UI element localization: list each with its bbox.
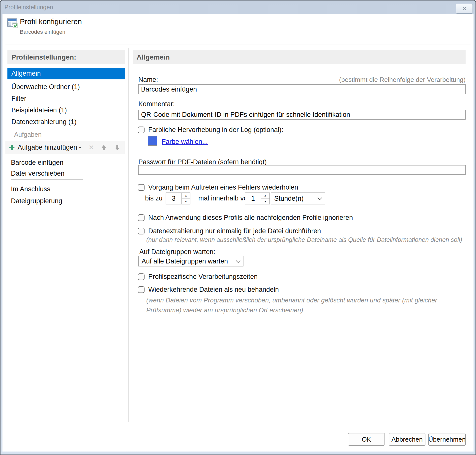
retry-unit-select[interactable]: Stunde(n) (271, 193, 325, 204)
profile-window-check-icon (6, 17, 19, 29)
page-subtitle: Barcodes einfügen (20, 29, 65, 35)
spin-up-icon: ▲ (185, 194, 187, 197)
retry-unit-value: Stunde(n) (274, 195, 318, 202)
retry-interval-spinner: ▲ ▼ (245, 193, 270, 204)
ignore-following-label: Nach Anwendung dieses Profils alle nachf… (148, 214, 353, 222)
retry-interval-up-button[interactable]: ▲ (261, 193, 269, 199)
tasks-toolbar: Aufgabe hinzufügen ▾ ✕ (5, 141, 125, 154)
close-button[interactable]: ✕ (456, 4, 473, 14)
recurring-checkbox[interactable] (138, 286, 145, 293)
retry-interval-input[interactable] (245, 193, 261, 204)
retry-interval-down-button[interactable]: ▼ (261, 199, 269, 204)
close-icon: ✕ (462, 5, 467, 12)
plus-icon (9, 144, 15, 151)
profile-times-row: Profilspezifische Verarbeitungszeiten (138, 273, 258, 281)
sidebar-item-beispieldateien[interactable]: Beispieldateien (1) (7, 104, 125, 116)
file-groups-select[interactable]: Auf alle Dateigruppen warten (138, 256, 243, 266)
password-input[interactable] (138, 165, 466, 175)
retry-count-input[interactable] (166, 193, 181, 204)
choose-color-link[interactable]: Farbe wählen... (162, 138, 208, 146)
extract-once-row: Datenextrahierung nur einmalig für jede … (138, 227, 321, 235)
name-input[interactable] (138, 84, 466, 94)
spin-down-icon: ▼ (264, 200, 267, 203)
comment-input[interactable] (138, 110, 466, 120)
retry-count-down-button[interactable]: ▼ (182, 199, 190, 204)
profile-times-checkbox[interactable] (138, 273, 145, 280)
retry-controls-row: bis zu ▲ ▼ mal innerhalb von ▲ ▼ Stunde(… (0, 193, 476, 204)
log-color-swatch[interactable] (148, 136, 157, 146)
ok-button[interactable]: OK (348, 433, 385, 446)
sidebar-item-ueberwachte-ordner[interactable]: Überwachte Ordner (1) (7, 81, 125, 93)
file-groups-value: Auf alle Dateigruppen warten (142, 258, 237, 265)
move-task-up-button[interactable] (100, 144, 107, 151)
window-title: Profileinstellungen (4, 4, 53, 11)
extract-once-note: (nur dann relevant, wenn ausschließlich … (146, 236, 462, 243)
sidebar-item-filter[interactable]: Filter (7, 93, 125, 104)
retry-count-up-button[interactable]: ▲ (182, 193, 190, 199)
tasks-section-label: -Aufgaben- (12, 131, 44, 138)
page-title: Profil konfigurieren (20, 17, 82, 26)
chevron-down-icon[interactable]: ▾ (79, 146, 81, 150)
add-task-button[interactable]: Aufgabe hinzufügen (18, 144, 77, 151)
recurring-note: (wenn Dateien vom Programm verschoben, u… (146, 295, 467, 315)
log-highlight-checkbox[interactable] (138, 127, 145, 133)
name-hint: (bestimmt die Reihenfolge der Verarbeitu… (138, 76, 466, 84)
apply-button[interactable]: Übernehmen (428, 433, 466, 446)
sidebar-item-datenextrahierung[interactable]: Datenextrahierung (1) (7, 116, 125, 128)
chevron-down-icon (236, 258, 240, 263)
comment-label: Kommentar: (138, 100, 175, 108)
sidebar-divider (128, 48, 129, 422)
delete-task-icon[interactable]: ✕ (88, 144, 94, 152)
move-task-down-button[interactable] (114, 144, 121, 151)
password-label: Passwort für PDF-Dateien (sofern benötig… (138, 158, 267, 166)
arrow-up-icon (100, 144, 107, 151)
log-highlight-label: Farbliche Hervorhebung in der Log (optio… (148, 126, 283, 134)
recurring-row: Wiederkehrende Dateien als neu behandeln (138, 286, 279, 293)
log-highlight-row: Farbliche Hervorhebung in der Log (optio… (138, 126, 283, 134)
retry-prefix-label: bis zu (145, 195, 163, 202)
retry-row: Vorgang beim Auftreten eines Fehlers wie… (138, 184, 298, 191)
arrow-down-icon (114, 144, 121, 151)
spin-up-icon: ▲ (264, 194, 267, 197)
sidebar-item-allgemein[interactable]: Allgemein (7, 68, 125, 79)
file-groups-label: Auf Dateigruppen warten: (139, 248, 215, 256)
task-item-datei-verschieben[interactable]: Datei verschieben (7, 168, 89, 179)
extract-once-checkbox[interactable] (138, 228, 145, 234)
profile-times-label: Profilspezifische Verarbeitungszeiten (148, 273, 258, 281)
retry-count-spinner: ▲ ▼ (166, 193, 190, 204)
retry-label: Vorgang beim Auftreten eines Fehlers wie… (148, 184, 298, 191)
extract-once-label: Datenextrahierung nur einmalig für jede … (148, 227, 321, 235)
ignore-following-row: Nach Anwendung dieses Profils alle nachf… (138, 214, 353, 222)
cancel-button[interactable]: Abbrechen (389, 433, 425, 446)
sidebar-heading: Profileinstellungen: (7, 50, 125, 64)
recurring-label: Wiederkehrende Dateien als neu behandeln (148, 286, 279, 293)
ignore-following-checkbox[interactable] (138, 214, 145, 221)
section-heading: Allgemein (133, 50, 466, 64)
chevron-down-icon (317, 195, 322, 200)
tasks-separator (11, 179, 83, 180)
spin-down-icon: ▼ (185, 200, 187, 203)
task-item-barcode-einfuegen[interactable]: Barcode einfügen (7, 157, 89, 168)
retry-middle-label: mal innerhalb von (198, 195, 251, 202)
retry-checkbox[interactable] (138, 184, 145, 191)
